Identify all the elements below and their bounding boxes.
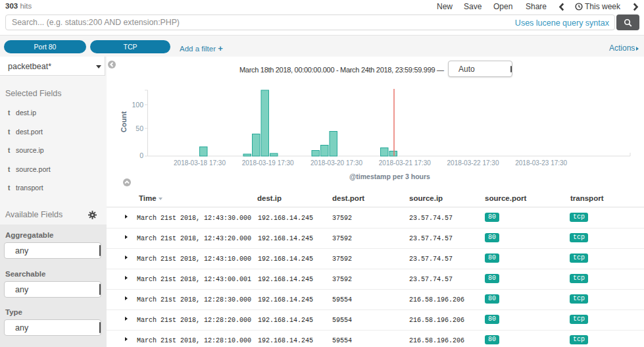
svg-text:0: 0 (139, 151, 143, 159)
svg-text:Count: Count (120, 111, 128, 132)
svg-text:2018-03-21 17:30: 2018-03-21 17:30 (379, 159, 431, 167)
svg-text:50: 50 (136, 124, 143, 132)
svg-text:2018-03-23 17:30: 2018-03-23 17:30 (515, 159, 567, 167)
svg-text:2018-03-22 17:30: 2018-03-22 17:30 (447, 159, 499, 167)
svg-text:2018-03-18 17:30: 2018-03-18 17:30 (174, 159, 226, 167)
svg-text:2018-03-20 17:30: 2018-03-20 17:30 (310, 159, 362, 167)
svg-text:100: 100 (132, 101, 143, 109)
svg-text:2018-03-19 17:30: 2018-03-19 17:30 (242, 159, 294, 167)
